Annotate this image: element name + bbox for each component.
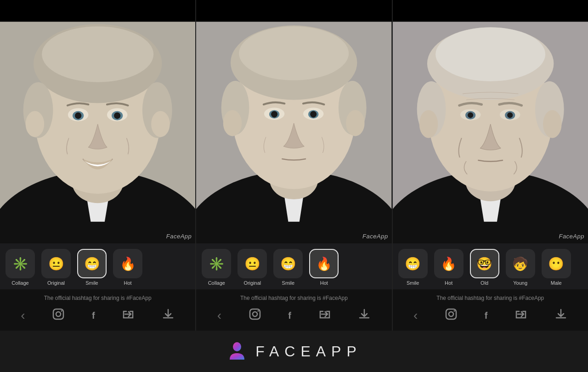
share-button-2[interactable] bbox=[315, 306, 335, 325]
facebook-button-3[interactable]: f bbox=[481, 309, 492, 323]
filter-label-collage-2: Collage bbox=[208, 280, 225, 286]
filter-smile-3[interactable]: 😁 Smile bbox=[396, 249, 430, 286]
filter-label-original-1: Original bbox=[47, 280, 65, 286]
back-button-2[interactable]: ‹ bbox=[214, 306, 225, 325]
instagram-button-1[interactable] bbox=[48, 306, 68, 325]
filter-label-hot-1: Hot bbox=[124, 280, 131, 286]
share-button-3[interactable] bbox=[511, 306, 531, 325]
bottom-bar-1: The official hashtag for sharing is #Fac… bbox=[0, 289, 195, 331]
watermark-1: FaceApp bbox=[166, 233, 192, 240]
hashtag-3: The official hashtag for sharing is #Fac… bbox=[400, 295, 581, 301]
filter-icon-smile-1: 😁 bbox=[77, 249, 107, 278]
svg-point-58 bbox=[449, 312, 453, 316]
phones-container: FaceApp ✳️ Collage 😐 Original 😁 Smile 🔥 … bbox=[0, 0, 588, 331]
filter-icon-hot-3: 🔥 bbox=[434, 249, 464, 278]
filter-smile-1[interactable]: 😁 Smile bbox=[75, 249, 108, 286]
svg-point-6 bbox=[42, 26, 153, 82]
svg-point-16 bbox=[151, 111, 170, 137]
filter-old-3[interactable]: 🤓 Old bbox=[468, 249, 501, 286]
filter-icon-collage-2: ✳️ bbox=[202, 249, 231, 278]
svg-point-59 bbox=[453, 310, 455, 312]
phone-3: FaceApp 😁 Smile 🔥 Hot 🤓 Old 🧒 Young 😶 Ma… bbox=[393, 0, 588, 331]
svg-point-19 bbox=[61, 310, 62, 312]
filter-label-old-3: Old bbox=[481, 280, 488, 286]
watermark-2: FaceApp bbox=[362, 233, 388, 240]
svg-point-53 bbox=[468, 113, 473, 118]
filter-label-collage-1: Collage bbox=[11, 280, 28, 286]
svg-point-39 bbox=[257, 310, 259, 312]
svg-point-13 bbox=[75, 113, 81, 119]
share-button-1[interactable] bbox=[118, 306, 138, 325]
filter-icon-young-3: 🧒 bbox=[506, 249, 535, 278]
back-button-1[interactable]: ‹ bbox=[17, 306, 28, 325]
filter-icon-original-1: 😐 bbox=[41, 249, 71, 278]
filter-label-hot-3: Hot bbox=[445, 280, 452, 286]
filter-icon-hot-1: 🔥 bbox=[113, 249, 142, 278]
svg-point-60 bbox=[233, 342, 241, 351]
back-button-3[interactable]: ‹ bbox=[410, 306, 421, 325]
filter-bar-2: ✳️ Collage 😐 Original 😁 Smile 🔥 Hot bbox=[196, 243, 391, 289]
filter-icon-old-3: 🤓 bbox=[470, 249, 499, 278]
action-buttons-3: ‹ f bbox=[400, 306, 581, 325]
filter-young-3[interactable]: 🧒 Young bbox=[504, 249, 537, 286]
hashtag-1: The official hashtag for sharing is #Fac… bbox=[7, 295, 188, 301]
svg-point-55 bbox=[419, 110, 438, 138]
filter-label-smile-1: Smile bbox=[85, 280, 98, 286]
filter-collage-2[interactable]: ✳️ Collage bbox=[200, 249, 233, 286]
filter-hot-1[interactable]: 🔥 Hot bbox=[111, 249, 144, 286]
filter-label-original-2: Original bbox=[243, 280, 261, 286]
branding-bar: FACEAPP bbox=[0, 331, 588, 372]
download-button-1[interactable] bbox=[158, 306, 178, 325]
filter-bar-1: ✳️ Collage 😐 Original 😁 Smile 🔥 Hot bbox=[0, 243, 195, 289]
download-button-3[interactable] bbox=[551, 306, 571, 325]
svg-point-15 bbox=[26, 111, 45, 137]
face-image-1: FaceApp bbox=[0, 0, 195, 243]
svg-point-35 bbox=[223, 110, 242, 136]
svg-point-46 bbox=[435, 27, 545, 81]
svg-point-33 bbox=[271, 111, 277, 118]
filter-male-3[interactable]: 😶 Male bbox=[540, 249, 573, 286]
face-image-2: FaceApp bbox=[196, 0, 391, 243]
filter-icon-smile-2: 😁 bbox=[273, 249, 303, 278]
phone-1: FaceApp ✳️ Collage 😐 Original 😁 Smile 🔥 … bbox=[0, 0, 196, 331]
phone-2: FaceApp ✳️ Collage 😐 Original 😁 Smile 🔥 … bbox=[196, 0, 392, 331]
download-button-2[interactable] bbox=[354, 306, 374, 325]
svg-point-14 bbox=[114, 113, 120, 119]
facebook-button-1[interactable]: f bbox=[88, 309, 99, 323]
filter-icon-original-2: 😐 bbox=[237, 249, 267, 278]
filter-hot-3[interactable]: 🔥 Hot bbox=[432, 249, 465, 286]
svg-point-54 bbox=[507, 113, 513, 118]
filter-hot-2[interactable]: 🔥 Hot bbox=[307, 249, 340, 286]
filter-icon-smile-3: 😁 bbox=[398, 249, 428, 278]
svg-point-26 bbox=[239, 26, 349, 80]
filter-icon-hot-2: 🔥 bbox=[309, 249, 339, 278]
svg-point-18 bbox=[56, 312, 61, 316]
brand-name-text: FACEAPP bbox=[255, 343, 362, 360]
facebook-button-2[interactable]: f bbox=[284, 309, 295, 323]
bottom-bar-2: The official hashtag for sharing is #Fac… bbox=[196, 289, 391, 331]
watermark-3: FaceApp bbox=[559, 233, 584, 240]
svg-point-38 bbox=[253, 312, 257, 316]
faceapp-logo-icon bbox=[226, 340, 248, 362]
filter-original-2[interactable]: 😐 Original bbox=[236, 249, 269, 286]
filter-bar-3: 😁 Smile 🔥 Hot 🤓 Old 🧒 Young 😶 Male bbox=[393, 243, 588, 289]
instagram-button-3[interactable] bbox=[441, 306, 461, 325]
filter-label-male-3: Male bbox=[551, 280, 562, 286]
filter-label-hot-2: Hot bbox=[320, 280, 328, 286]
filter-original-1[interactable]: 😐 Original bbox=[40, 249, 73, 286]
filter-label-smile-2: Smile bbox=[282, 280, 295, 286]
instagram-button-2[interactable] bbox=[245, 306, 265, 325]
filter-icon-collage-1: ✳️ bbox=[6, 249, 35, 278]
face-image-3: FaceApp bbox=[393, 0, 588, 243]
svg-point-34 bbox=[310, 111, 317, 118]
svg-point-56 bbox=[543, 110, 562, 138]
action-buttons-1: ‹ f bbox=[7, 306, 188, 325]
action-buttons-2: ‹ f bbox=[204, 306, 384, 325]
svg-point-36 bbox=[346, 110, 365, 136]
filter-label-young-3: Young bbox=[513, 280, 527, 286]
filter-label-smile-3: Smile bbox=[407, 280, 419, 286]
bottom-bar-3: The official hashtag for sharing is #Fac… bbox=[393, 289, 588, 331]
hashtag-2: The official hashtag for sharing is #Fac… bbox=[204, 295, 384, 301]
filter-collage-1[interactable]: ✳️ Collage bbox=[4, 249, 37, 286]
filter-smile-2[interactable]: 😁 Smile bbox=[271, 249, 305, 286]
